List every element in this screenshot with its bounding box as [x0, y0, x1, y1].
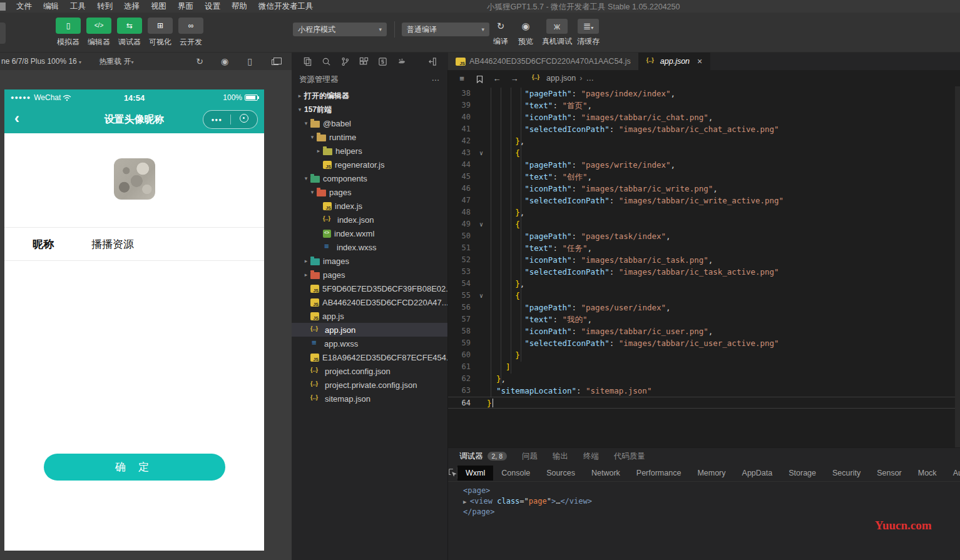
code-line[interactable]: 44 "pagePath": "pages/write/index", — [448, 159, 960, 171]
code-line[interactable]: 46 "iconPath": "images/tabbar/ic_write.p… — [448, 183, 960, 195]
editor-scrollbar[interactable] — [955, 86, 960, 447]
devtools-tab[interactable]: Storage — [780, 466, 824, 481]
devtools-tab[interactable]: Mock — [910, 466, 945, 481]
tree-row[interactable]: index.wxss — [292, 240, 447, 254]
tree-row[interactable]: AB446240ED35D6CFCD220A47... — [292, 295, 447, 309]
editor-button[interactable]: </> 编辑器 — [84, 18, 113, 48]
code-line[interactable]: 62 }, — [448, 373, 960, 385]
fold-arrow-icon[interactable] — [476, 373, 487, 385]
tree-row[interactable]: index.wxml — [292, 227, 447, 240]
inspect-element-icon[interactable] — [448, 467, 457, 479]
more-button[interactable]: ●●● — [203, 117, 230, 123]
fold-arrow-icon[interactable] — [476, 123, 487, 135]
fold-arrow-icon[interactable] — [476, 337, 487, 349]
devtools-tab[interactable]: Sources — [538, 466, 583, 481]
tree-row[interactable]: E18A9642ED35D6CF87ECFE454... — [292, 350, 447, 364]
fold-arrow-icon[interactable]: ∨ — [476, 290, 487, 302]
search-icon[interactable] — [317, 56, 335, 67]
bookmark-icon[interactable] — [471, 73, 488, 83]
code-line[interactable]: 51 "text": "任务", — [448, 242, 960, 254]
tree-row[interactable]: app.js — [292, 309, 447, 323]
menu-item[interactable]: 视图 — [145, 2, 172, 11]
panel-tab[interactable]: 输出 — [553, 451, 568, 462]
fold-arrow-icon[interactable] — [476, 88, 487, 99]
wxml-node[interactable]: ▶ <view class="page">…</view> — [463, 496, 960, 507]
real-device-debug-button[interactable]: ж 真机调试 — [539, 19, 574, 47]
tree-row[interactable]: sitemap.json — [292, 392, 447, 405]
back-arrow-icon[interactable]: ← — [488, 74, 506, 83]
menu-item[interactable]: 编辑 — [38, 2, 64, 11]
mode-select[interactable]: 小程序模式▾ — [293, 23, 387, 36]
s-panel-icon[interactable] — [373, 56, 392, 67]
home-button[interactable] — [231, 114, 258, 125]
devtools-tab[interactable]: Memory — [689, 466, 733, 481]
fold-arrow-icon[interactable] — [476, 183, 487, 195]
git-branch-icon[interactable] — [335, 56, 354, 67]
tree-row[interactable]: project.config.json — [292, 364, 447, 378]
code-line[interactable]: 57 "text": "我的", — [448, 313, 960, 325]
tree-row[interactable]: index.json — [292, 213, 447, 227]
tree-row[interactable]: ▾ 157前端 — [292, 103, 447, 116]
devtools-tab[interactable]: Audit — [945, 466, 960, 481]
menu-item[interactable]: 工具 — [64, 2, 91, 11]
fold-arrow-icon[interactable] — [476, 242, 487, 254]
fold-arrow-icon[interactable] — [476, 159, 487, 171]
devtools-tab[interactable]: Security — [824, 466, 869, 481]
panel-tab[interactable]: 代码质量 — [614, 451, 645, 462]
code-line[interactable]: 48 }, — [448, 206, 960, 218]
code-line[interactable]: 41 "selectedIconPath": "images/tabbar/ic… — [448, 123, 960, 135]
confirm-button[interactable]: 确 定 — [44, 454, 225, 481]
menu-item[interactable]: 设置 — [199, 2, 226, 11]
fold-arrow-icon[interactable] — [476, 135, 487, 147]
tab-app-json[interactable]: app.json × — [639, 53, 710, 70]
wxml-node[interactable]: <page> — [463, 486, 960, 496]
code-line[interactable]: 39 "text": "首页", — [448, 99, 960, 111]
tree-row[interactable]: ▸ helpers — [292, 144, 447, 158]
code-line[interactable]: 45 "text": "创作", — [448, 171, 960, 183]
code-line[interactable]: 56 "pagePath": "pages/user/index", — [448, 302, 960, 313]
visual-button[interactable]: ⊞ 可视化 — [146, 18, 175, 48]
more-actions-icon[interactable]: ⋯ — [432, 75, 441, 84]
tree-row[interactable]: ▾ pages — [292, 185, 447, 199]
panel-tab[interactable]: 终端 — [583, 451, 599, 462]
hot-reload-toggle[interactable]: 热重载 开▾ — [99, 56, 133, 67]
tree-row[interactable]: ▸ images — [292, 254, 447, 268]
code-line[interactable]: 50 "pagePath": "pages/task/index", — [448, 230, 960, 242]
nickname-value[interactable]: 播播资源 — [91, 237, 134, 252]
debugger-button[interactable]: ⇆ 调试器 — [115, 18, 144, 48]
tree-row[interactable]: regenerator.js — [292, 158, 447, 171]
fold-arrow-icon[interactable] — [476, 171, 487, 183]
code-line[interactable]: 58 "iconPath": "images/tabbar/ic_user.pn… — [448, 325, 960, 337]
code-line[interactable]: 43 ∨ { — [448, 147, 960, 159]
fold-arrow-icon[interactable] — [476, 397, 487, 408]
hand-icon[interactable] — [392, 56, 411, 67]
menu-item[interactable]: 帮助 — [226, 2, 253, 11]
fold-arrow-icon[interactable] — [476, 99, 487, 111]
devtools-tab[interactable]: Sensor — [869, 466, 910, 481]
menu-item[interactable]: 选择 — [118, 2, 145, 11]
collapse-sidebar-icon[interactable] — [423, 56, 442, 67]
nickname-row[interactable]: 昵称 播播资源 — [4, 227, 264, 261]
outline-menu-icon[interactable]: ≡ — [453, 74, 471, 83]
simulator-button[interactable]: ▯ 模拟器 — [54, 18, 83, 48]
tree-row[interactable]: index.js — [292, 199, 447, 213]
fold-arrow-icon[interactable] — [476, 206, 487, 218]
tree-row[interactable]: ▸ 打开的编辑器 — [292, 89, 447, 103]
code-line[interactable]: 60 } — [448, 349, 960, 361]
code-line[interactable]: 55 ∨ { — [448, 290, 960, 302]
code-line[interactable]: 61 ] — [448, 361, 960, 373]
tree-row[interactable]: ▾ components — [292, 171, 447, 185]
breadcrumb[interactable]: app.json › … — [532, 74, 594, 83]
panel-tab[interactable]: 调试器 2, 8 — [459, 451, 507, 462]
menu-item[interactable]: 界面 — [172, 2, 199, 11]
devtools-tab[interactable]: Wxml — [457, 466, 493, 481]
fold-arrow-icon[interactable] — [476, 111, 487, 123]
detach-window-icon[interactable] — [267, 56, 283, 66]
clear-cache-button[interactable]: ≣▾ 清缓存 — [571, 19, 606, 47]
avatar[interactable] — [114, 158, 155, 200]
code-line[interactable]: 47 "selectedIconPath": "images/tabbar/ic… — [448, 195, 960, 206]
device-select[interactable]: ne 6/7/8 Plus 100% 16 ▾ — [1, 57, 81, 66]
fold-arrow-icon[interactable] — [476, 266, 487, 278]
code-line[interactable]: 49 ∨ { — [448, 218, 960, 230]
fold-arrow-icon[interactable] — [476, 195, 487, 206]
